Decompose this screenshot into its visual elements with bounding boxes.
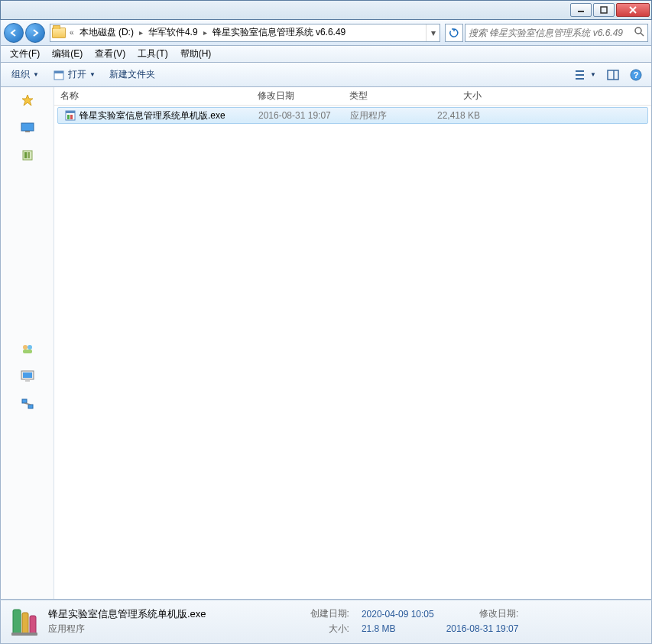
file-type-cell: 应用程序 — [344, 109, 428, 122]
network-icon[interactable] — [20, 397, 35, 411]
file-date-cell: 2016-08-31 19:07 — [252, 110, 344, 121]
crumb-prefix: « — [67, 28, 76, 37]
svg-point-20 — [23, 345, 28, 350]
column-header-type[interactable]: 类型 — [343, 87, 427, 105]
libraries-icon[interactable] — [20, 148, 35, 162]
details-text: 锋星实验室信息管理系统单机版.exe 修改日期: 2016-08-31 19:0… — [48, 607, 518, 637]
menu-bar: 文件(F) 编辑(E) 查看(V) 工具(T) 帮助(H) — [0, 46, 652, 63]
folder-icon — [50, 24, 67, 41]
svg-line-28 — [24, 403, 31, 405]
search-box[interactable] — [465, 24, 648, 42]
maximize-icon — [600, 6, 608, 14]
column-header-size[interactable]: 大小 — [427, 87, 488, 105]
svg-point-21 — [28, 345, 32, 350]
search-input[interactable] — [469, 28, 634, 38]
details-mod-value: 2016-08-31 19:07 — [446, 623, 519, 634]
breadcrumb-label: 华军软件4.9 — [148, 26, 198, 39]
back-button[interactable] — [4, 23, 24, 43]
details-pane: 锋星实验室信息管理系统单机版.exe 修改日期: 2016-08-31 19:0… — [0, 600, 652, 644]
chevron-right-icon[interactable]: ▸ — [137, 28, 145, 37]
breadcrumb-label: 本地磁盘 (D:) — [79, 26, 134, 39]
homegroup-icon[interactable] — [20, 342, 35, 356]
minimize-button[interactable] — [570, 3, 592, 17]
open-icon — [53, 69, 65, 81]
menu-file[interactable]: 文件(F) — [4, 46, 46, 62]
file-size-cell: 22,418 KB — [428, 110, 486, 121]
svg-rect-33 — [13, 610, 21, 634]
desktop-icon[interactable] — [20, 121, 35, 135]
view-options-button[interactable]: ▼ — [570, 67, 601, 83]
minimize-icon — [577, 7, 585, 13]
svg-line-5 — [641, 33, 644, 36]
close-button[interactable] — [616, 3, 650, 17]
computer-icon[interactable] — [20, 369, 35, 383]
details-create-value: 2020-04-09 10:05 — [362, 609, 434, 620]
svg-point-4 — [635, 28, 641, 34]
svg-rect-26 — [22, 399, 27, 403]
details-size-value: 21.8 MB — [362, 623, 434, 634]
svg-rect-25 — [25, 379, 30, 382]
close-icon — [628, 6, 637, 14]
svg-rect-27 — [28, 405, 33, 408]
breadcrumb-item[interactable]: 本地磁盘 (D:) — [76, 24, 137, 41]
refresh-icon — [449, 28, 459, 38]
file-name-label: 锋星实验室信息管理系统单机版.exe — [79, 109, 225, 122]
column-header-date[interactable]: 修改日期 — [251, 87, 343, 105]
svg-text:?: ? — [634, 70, 639, 80]
breadcrumb-item[interactable]: 锋星实验室信息管理系统 v6.6.49 — [209, 24, 349, 41]
svg-rect-1 — [601, 7, 607, 13]
file-name-cell: 锋星实验室信息管理系统单机版.exe — [58, 109, 252, 122]
svg-rect-16 — [25, 131, 30, 132]
favorites-icon[interactable] — [20, 93, 35, 107]
organize-button[interactable]: 组织 ▼ — [5, 65, 45, 84]
explorer-body: 名称 修改日期 类型 大小 锋星实验室信息管理系统单机版.exe 2016-08… — [0, 87, 652, 600]
maximize-button[interactable] — [593, 3, 615, 17]
arrow-right-icon — [31, 28, 40, 37]
breadcrumb-item[interactable]: 华军软件4.9 — [145, 24, 201, 41]
svg-rect-32 — [70, 115, 73, 119]
help-icon: ? — [630, 69, 642, 81]
details-file-icon — [7, 605, 41, 639]
details-type: 应用程序 — [48, 623, 206, 636]
window-controls — [569, 3, 650, 17]
menu-help[interactable]: 帮助(H) — [174, 46, 218, 62]
chevron-down-icon: ▼ — [89, 71, 96, 78]
column-headers: 名称 修改日期 类型 大小 — [54, 87, 651, 106]
new-folder-button[interactable]: 新建文件夹 — [103, 65, 161, 84]
address-dropdown[interactable]: ▾ — [426, 24, 440, 41]
breadcrumb-label: 锋星实验室信息管理系统 v6.6.49 — [212, 26, 346, 39]
file-row[interactable]: 锋星实验室信息管理系统单机版.exe 2016-08-31 19:07 应用程序… — [57, 107, 648, 124]
chevron-right-icon[interactable]: ▸ — [201, 28, 209, 37]
exe-icon — [64, 109, 76, 122]
navigation-bar: « 本地磁盘 (D:) ▸ 华军软件4.9 ▸ 锋星实验室信息管理系统 v6.6… — [0, 20, 652, 46]
forward-button[interactable] — [25, 23, 45, 43]
svg-rect-31 — [67, 115, 70, 119]
toolbar-label: 新建文件夹 — [109, 68, 155, 81]
help-button[interactable]: ? — [625, 66, 647, 84]
preview-pane-icon — [607, 70, 619, 80]
details-mod-label: 修改日期: — [446, 607, 519, 620]
chevron-down-icon: ▼ — [33, 71, 39, 78]
search-icon — [634, 26, 644, 39]
svg-rect-34 — [22, 613, 28, 634]
menu-edit[interactable]: 编辑(E) — [46, 46, 89, 62]
address-bar[interactable]: « 本地磁盘 (D:) ▸ 华军软件4.9 ▸ 锋星实验室信息管理系统 v6.6… — [50, 24, 440, 42]
svg-rect-11 — [608, 70, 618, 80]
svg-rect-7 — [54, 71, 63, 73]
svg-rect-36 — [11, 633, 37, 636]
view-icon — [575, 70, 587, 80]
file-list: 锋星实验室信息管理系统单机版.exe 2016-08-31 19:07 应用程序… — [54, 106, 651, 599]
toolbar: 组织 ▼ 打开 ▼ 新建文件夹 ▼ ? — [0, 63, 652, 87]
svg-rect-15 — [21, 123, 34, 131]
toolbar-label: 组织 — [11, 68, 30, 81]
navigation-pane — [1, 87, 54, 599]
details-name: 锋星实验室信息管理系统单机版.exe — [48, 607, 206, 621]
preview-pane-button[interactable] — [602, 67, 624, 83]
column-header-name[interactable]: 名称 — [54, 87, 251, 105]
menu-view[interactable]: 查看(V) — [89, 46, 131, 62]
menu-tools[interactable]: 工具(T) — [131, 46, 174, 62]
open-button[interactable]: 打开 ▼ — [47, 65, 102, 84]
svg-rect-18 — [24, 152, 27, 158]
file-list-area: 名称 修改日期 类型 大小 锋星实验室信息管理系统单机版.exe 2016-08… — [54, 87, 651, 599]
refresh-button[interactable] — [445, 24, 463, 42]
